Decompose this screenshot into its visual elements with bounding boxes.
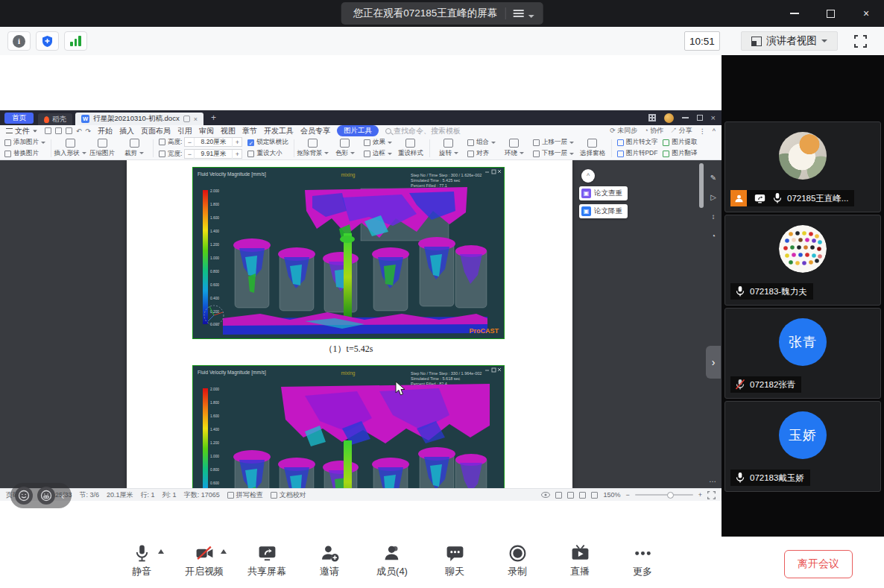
collapse-panel-button[interactable]: › [706,346,721,379]
help-icon[interactable]: ◔ [711,232,716,240]
border-button[interactable]: 边框 [364,149,392,158]
menu-review[interactable]: 审阅 [199,126,214,136]
compress-picture-button[interactable]: 压缩图片 [89,139,116,158]
menu-view[interactable]: 视图 [221,126,236,136]
collaborate-button[interactable]: ◔ 协作 [644,126,663,136]
chevron-left-icon[interactable]: ‹ [61,490,64,502]
wps-close-icon[interactable]: × [711,113,716,122]
zoom-slider-knob[interactable] [667,492,674,499]
banner-menu-caret[interactable] [528,15,534,18]
web-view-icon[interactable] [579,492,586,499]
group-button[interactable]: 组合 [467,138,496,147]
page-view-icon[interactable] [555,492,562,499]
wrap-button[interactable]: 环绕 [501,139,528,158]
apps-grid-icon[interactable] [648,114,656,121]
cursor-icon[interactable]: ▷ [710,193,716,201]
remove-background-button[interactable]: 抠除背景 [300,139,326,158]
menu-start[interactable]: 开始 [98,126,113,136]
reset-size-button[interactable]: 重设大小 [247,149,288,158]
close-button[interactable]: × [848,0,884,27]
picture-tools-tab[interactable]: 图片工具 [337,125,379,136]
proofread-button[interactable]: 文档校对 [271,490,306,500]
send-backward-button[interactable]: 下移一层 [533,149,574,158]
video-options-caret[interactable] [221,549,227,554]
zoom-out-icon[interactable]: − [625,491,629,499]
adjust-icon[interactable]: ↕ [712,212,716,221]
more-button[interactable]: 更多 [611,543,674,578]
live-button[interactable]: 直播 [549,543,611,578]
participant-tile-3[interactable]: 张青 072182张青 [724,308,881,399]
side-more-icon[interactable]: … [709,475,717,484]
menu-developer[interactable]: 开发工具 [264,126,294,136]
network-button[interactable] [64,31,87,51]
focus-view-icon[interactable] [591,492,598,499]
grin-emoji-icon[interactable] [37,487,55,505]
wps-maximize-icon[interactable] [697,115,703,121]
menu-section[interactable]: 章节 [242,126,257,136]
undo-icon[interactable]: ↶ [76,127,82,135]
meeting-info-button[interactable]: i [7,31,31,51]
menu-page-layout[interactable]: 页面布局 [141,126,171,136]
outline-view-icon[interactable] [567,492,574,499]
insert-shape-button[interactable]: 插入形状 [57,139,83,158]
wps-minimize-icon[interactable] [682,117,689,118]
mute-button[interactable]: 静音 [110,543,173,578]
preview-icon[interactable] [66,127,72,134]
sync-status[interactable]: ⟳ 未同步 [610,126,637,136]
redo-icon[interactable]: ↷ [86,127,92,135]
pic-to-text-button[interactable]: 图片转文字 [617,138,658,147]
share-button[interactable]: ↗ 分享 [670,126,692,136]
new-tab-button[interactable]: + [211,113,216,123]
smile-emoji-icon[interactable] [15,487,33,505]
menu-references[interactable]: 引用 [177,126,192,136]
quick-access-icons[interactable]: ↶ ↷ [45,127,91,135]
view-mode-button[interactable]: 演讲者视图 [741,31,838,51]
wps-document-tab[interactable]: W 行星架20210310-初稿.docx × [75,113,203,125]
command-search[interactable]: 查找命令、搜索模板 [385,126,461,136]
bring-forward-button[interactable]: 上移一层 [533,138,574,147]
chat-button[interactable]: 聊天 [423,543,486,578]
tab-close-icon[interactable]: × [194,116,198,123]
share-screen-button[interactable]: 共享屏幕 [236,543,298,578]
procast-image-2[interactable]: Fluid Velocity Magnitude [mm/s] mixing S… [192,365,505,488]
security-button[interactable] [36,31,59,51]
crop-button[interactable]: 裁剪 [121,139,148,158]
pic-extract-button[interactable]: 图片提取 [663,138,697,147]
color-button[interactable]: 色彩 [332,139,359,158]
effects-button[interactable]: 效果 [364,138,392,147]
add-picture-button[interactable]: 添加图片 [4,138,45,147]
members-button[interactable]: 成员(4) [361,543,423,578]
spellcheck-button[interactable]: 拼写检查 [227,490,263,500]
print-icon[interactable] [55,127,62,134]
width-stepper[interactable]: −9.91厘米+ [184,149,242,159]
paper-check-button[interactable]: ▣ 论文查重 [579,186,628,200]
mic-options-caret[interactable] [158,549,164,554]
pic-translate-button[interactable]: 图片翻译 [663,149,697,158]
file-menu[interactable]: 文件 [6,126,38,136]
collapse-ribbon-icon[interactable]: ^ [713,127,716,135]
banner-menu-icon[interactable] [513,10,523,17]
save-icon[interactable] [45,127,51,134]
pen-icon[interactable]: ✎ [710,174,716,182]
collapse-tools-button[interactable]: ^ [581,169,595,183]
height-stepper[interactable]: −8.20厘米+ [184,137,242,147]
leave-meeting-button[interactable]: 离开会议 [784,550,853,578]
selection-pane-button[interactable]: 选择窗格 [579,139,606,158]
wps-home-tab[interactable]: 首页 [4,113,34,124]
lock-ratio-checkbox[interactable]: ✓锁定纵横比 [247,138,288,147]
paper-reduce-button[interactable]: ▣ 论文降重 [579,204,628,218]
zoom-slider[interactable] [635,494,693,496]
eye-protect-icon[interactable] [541,492,550,498]
participant-tile-1[interactable]: 072185王直峰... [724,121,881,212]
menu-member[interactable]: 会员专享 [300,126,330,136]
align-button[interactable]: 对齐 [467,149,496,158]
zoom-in-icon[interactable]: + [698,491,702,499]
wps-docer-tab[interactable]: 稻壳 [38,113,72,125]
minimize-button[interactable] [777,0,812,27]
wps-account-avatar[interactable] [664,113,674,123]
reactions-widget[interactable]: ‹ [10,483,72,508]
invite-button[interactable]: 邀请 [298,543,361,578]
menu-insert[interactable]: 插入 [119,126,134,136]
maximize-button[interactable] [812,0,848,27]
reset-style-button[interactable]: 重设样式 [397,139,424,158]
